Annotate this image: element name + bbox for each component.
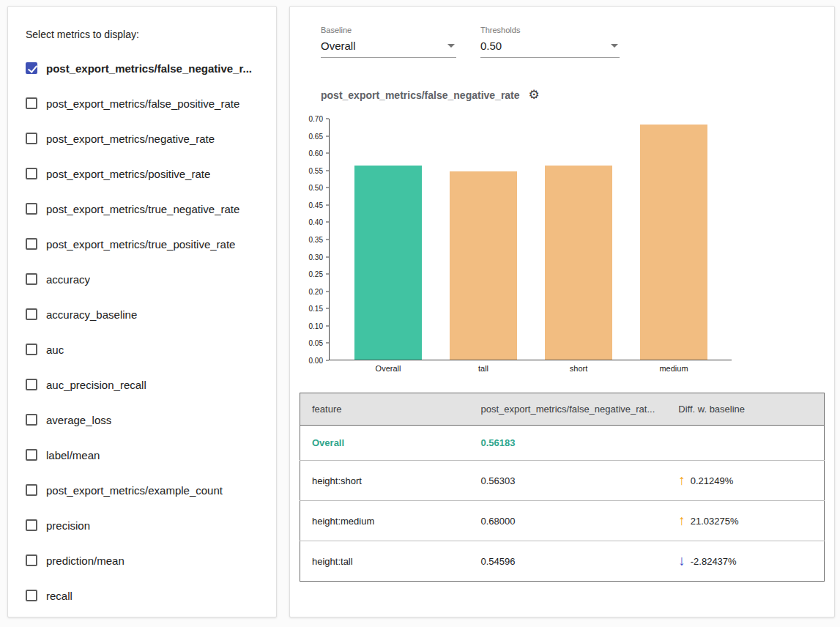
y-axis-tick-label: 0.25 — [309, 270, 323, 278]
metric-checkbox-item[interactable]: recall — [26, 578, 259, 613]
y-axis-tick-label: 0.60 — [309, 149, 323, 157]
bar-slot — [341, 119, 436, 360]
metrics-table: feature post_export_metrics/false_negati… — [300, 393, 825, 582]
metric-value-cell: 0.56183 — [469, 426, 667, 461]
checkbox-icon[interactable] — [26, 273, 37, 285]
checkbox-icon[interactable] — [26, 484, 37, 496]
checkbox-icon[interactable] — [26, 519, 37, 531]
y-axis-tick: 0.40 — [309, 218, 329, 226]
checkbox-icon[interactable] — [26, 590, 37, 601]
feature-cell: height:short — [300, 461, 469, 501]
controls-row: Baseline Overall Thresholds 0.50 — [321, 26, 825, 58]
table-row[interactable]: Overall 0.56183 — [300, 426, 825, 461]
trend-down-icon: ↓ — [678, 553, 685, 568]
metric-checkbox-item[interactable]: accuracy_baseline — [26, 297, 259, 332]
metric-label: post_export_metrics/true_positive_rate — [46, 238, 235, 251]
y-axis-tick: 0.60 — [309, 149, 329, 157]
bar-Overall[interactable] — [354, 166, 422, 360]
thresholds-select[interactable]: 0.50 — [480, 40, 620, 58]
feature-cell: height:tall — [300, 541, 469, 582]
checkbox-icon[interactable] — [26, 308, 37, 320]
metrics-panel: Select metrics to display: post_export_m… — [7, 6, 277, 617]
diff-value: 21.03275% — [691, 516, 739, 527]
feature-cell: height:medium — [300, 501, 469, 541]
metric-label: recall — [46, 590, 73, 602]
checkbox-icon[interactable] — [26, 203, 37, 215]
y-axis-tick: 0.50 — [309, 184, 329, 192]
diff-cell: ↑21.03275% — [666, 501, 824, 541]
y-axis-tick-label: 0.35 — [309, 236, 323, 244]
metric-checkbox-item[interactable]: precision — [26, 508, 259, 543]
header-diff: Diff. w. baseline — [666, 393, 824, 426]
metric-value-cell: 0.68000 — [469, 501, 667, 541]
chart-header: post_export_metrics/false_negative_rate … — [321, 89, 825, 101]
diff-cell: ↑0.21249% — [666, 461, 824, 501]
table-row[interactable]: height:medium 0.68000 ↑21.03275% — [300, 501, 825, 541]
metric-checkbox-item[interactable]: label/mean — [26, 437, 259, 472]
y-axis-tick-label: 0.65 — [309, 132, 323, 140]
header-metric-value: post_export_metrics/false_negative_rat..… — [469, 393, 667, 426]
metric-checkbox-item[interactable]: auc — [26, 332, 259, 367]
metric-checkbox-item[interactable]: post_export_metrics/true_positive_rate — [26, 226, 259, 261]
bar-slot — [436, 119, 531, 360]
checkbox-icon[interactable] — [26, 238, 37, 250]
trend-up-icon: ↑ — [678, 513, 685, 528]
metric-checkbox-item[interactable]: average_loss — [26, 402, 259, 437]
table-row[interactable]: height:tall 0.54596 ↓-2.82437% — [300, 541, 825, 582]
checkbox-icon[interactable] — [26, 449, 37, 461]
metric-checkbox-item[interactable]: post_export_metrics/true_negative_rate — [26, 191, 259, 226]
trend-up-icon: ↑ — [678, 472, 685, 488]
dropdown-arrow-icon — [611, 44, 618, 48]
metric-checkbox-item[interactable]: post_export_metrics/negative_rate — [26, 121, 259, 156]
table-row[interactable]: height:short 0.56303 ↑0.21249% — [300, 461, 825, 501]
checkbox-icon[interactable] — [26, 168, 37, 179]
metrics-panel-title: Select metrics to display: — [26, 29, 259, 40]
bar-tall[interactable] — [450, 171, 517, 360]
checkbox-icon[interactable] — [26, 554, 37, 566]
y-axis-tick: 0.45 — [309, 201, 329, 209]
bar-medium[interactable] — [640, 125, 707, 360]
thresholds-select-value: 0.50 — [480, 40, 502, 52]
bar-short[interactable] — [545, 166, 612, 360]
checkbox-icon[interactable] — [26, 414, 37, 426]
metric-label: post_export_metrics/positive_rate — [46, 168, 210, 180]
settings-gear-icon[interactable]: ⚙ — [529, 89, 540, 101]
header-feature: feature — [300, 393, 469, 426]
y-axis-tick-label: 0.10 — [309, 322, 323, 330]
metric-label: accuracy — [46, 273, 90, 286]
y-axis-tick-label: 0.30 — [309, 253, 323, 261]
metric-checkbox-item[interactable]: auc_precision_recall — [26, 367, 259, 402]
thresholds-label: Thresholds — [480, 26, 620, 34]
thresholds-select-block: Thresholds 0.50 — [480, 26, 620, 58]
metric-checkbox-item[interactable]: accuracy — [26, 261, 259, 297]
diff-value: -2.82437% — [691, 556, 737, 567]
y-axis-tick-label: 0.40 — [309, 218, 323, 226]
table-header-row: feature post_export_metrics/false_negati… — [300, 393, 825, 426]
checkbox-icon[interactable] — [26, 344, 37, 355]
metric-label: auc_precision_recall — [46, 379, 146, 391]
checkbox-icon[interactable] — [26, 97, 37, 109]
diff-cell — [666, 426, 824, 461]
baseline-select[interactable]: Overall — [321, 40, 456, 58]
metric-checkbox-item[interactable]: post_export_metrics/example_count — [26, 472, 259, 508]
checkbox-icon[interactable] — [26, 62, 37, 74]
y-axis-tick-label: 0.00 — [309, 357, 323, 365]
metric-checkbox-item[interactable]: prediction/mean — [26, 543, 259, 578]
checkbox-icon[interactable] — [26, 133, 37, 144]
x-axis: Overalltallshortmedium — [329, 364, 732, 373]
metric-checkbox-item[interactable]: post_export_metrics/positive_rate — [26, 156, 259, 191]
metric-label: post_export_metrics/true_negative_rate — [46, 203, 239, 215]
y-axis-tick-label: 0.50 — [309, 184, 323, 192]
y-axis-tick: 0.15 — [309, 305, 329, 313]
checkbox-icon[interactable] — [26, 379, 37, 390]
y-axis-tick: 0.00 — [309, 357, 329, 365]
metric-checkbox-item[interactable]: post_export_metrics/false_positive_rate — [26, 86, 259, 121]
diff-value: 0.21249% — [691, 475, 734, 486]
metric-checkbox-item[interactable]: post_export_metrics/false_negative_r... — [26, 51, 259, 86]
metric-label: post_export_metrics/example_count — [46, 484, 223, 497]
x-axis-label: short — [531, 364, 626, 373]
y-axis-tick: 0.10 — [309, 322, 329, 330]
metric-label: prediction/mean — [46, 554, 124, 567]
y-axis-tick: 0.25 — [309, 270, 329, 278]
y-axis-tick-label: 0.20 — [309, 287, 323, 295]
